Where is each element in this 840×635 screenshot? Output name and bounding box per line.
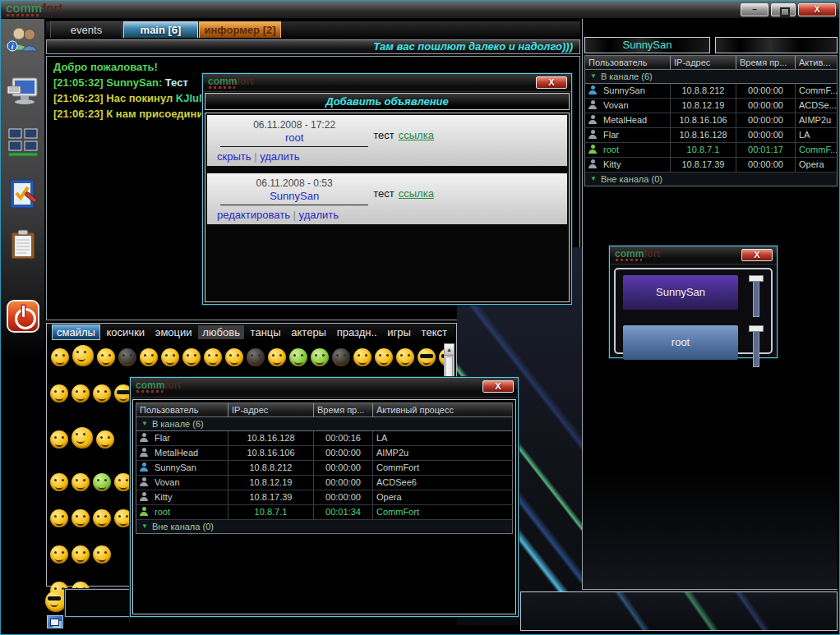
dialog-titlebar[interactable]: commfort X [203,74,571,92]
smiley-tab-smiles[interactable]: смайлы [52,324,100,340]
user-row[interactable]: SunnySan10.8.8.21200:00:00CommFort [136,461,513,476]
delete-link[interactable]: удалить [299,209,339,221]
group-in-channel[interactable]: ▼В канале (6) [136,417,513,431]
smiley-icon[interactable] [289,348,307,366]
smiley-icon[interactable] [353,348,372,366]
slider-thumb[interactable] [749,275,764,282]
smiley-icon[interactable] [418,348,436,366]
own-nickname-button[interactable]: SunnySan [584,37,710,53]
user-row[interactable]: MetalHead10.8.16.10600:00:00AIMP2u [584,113,838,128]
userlist-titlebar[interactable]: commfort X [131,378,518,398]
smiley-icon[interactable] [118,348,136,366]
volume-titlebar[interactable]: commfort X [610,246,777,265]
announcement-author-link[interactable]: root [215,131,373,144]
smiley-icon[interactable] [72,545,90,564]
smiley-tab-emotions[interactable]: эмоции [151,325,196,339]
user-row[interactable]: MetalHead10.8.16.10600:00:00AIMP2u [136,446,513,461]
smiley-tab-kosichki[interactable]: косички [103,325,150,339]
user-row[interactable]: root10.8.7.100:01:17CommF... [584,143,838,158]
slider-thumb[interactable] [749,325,764,332]
smiley-tab-love[interactable]: любовь [198,325,244,339]
smiley-icon[interactable] [93,545,111,564]
open-smileys-button[interactable] [45,591,67,612]
smiley-icon[interactable] [332,348,350,366]
user-row[interactable]: root10.8.7.100:01:34CommFort [136,505,513,520]
user-icon [140,492,148,501]
user-row[interactable]: Vovan10.8.12.1900:00:00ACDSe... [584,99,838,113]
volume-slider[interactable] [748,275,764,318]
user-row[interactable]: Vovan10.8.12.1900:00:00ACDSee6 [136,476,513,490]
smiley-icon[interactable] [50,384,68,403]
panel-button-empty[interactable] [715,37,838,53]
send-image-button[interactable] [47,615,63,628]
user-row[interactable]: SunnySan10.8.8.21200:00:00CommF... [584,84,838,99]
clipboard-icon[interactable] [6,228,40,262]
user-row[interactable]: Flar10.8.16.12800:00:16LA [136,431,513,446]
smiley-icon[interactable] [51,348,69,366]
smiley-icon[interactable] [93,384,111,403]
smiley-icon[interactable] [182,348,201,366]
smiley-icon[interactable] [375,348,393,366]
minimize-button[interactable]: – [741,3,768,16]
volume-slider[interactable] [748,325,764,368]
user-row[interactable]: Flar10.8.16.12800:00:00LA [584,128,838,143]
edit-link[interactable]: редактировать [217,209,290,221]
tasks-icon[interactable] [6,177,40,211]
smiley-icon[interactable] [268,348,286,366]
computer-icon[interactable] [6,75,40,109]
smiley-icon[interactable] [93,473,111,491]
tab-main[interactable]: main [6] [123,21,198,38]
hide-link[interactable]: скрыть [217,150,252,163]
smiley-icon[interactable] [247,348,265,366]
user-icon [140,507,148,516]
smiley-icon[interactable] [72,473,90,491]
smiley-tab-holidays[interactable]: праздн.. [333,325,381,339]
user-icon [588,100,597,109]
close-icon[interactable]: X [482,380,514,393]
smiley-icon[interactable] [50,545,68,564]
smiley-icon[interactable] [72,384,90,403]
announcement-link[interactable]: ссылка [399,187,434,200]
volume-user-button[interactable]: SunnySan [623,275,738,310]
smiley-tab-text[interactable]: текст [418,325,451,339]
smiley-tab-games[interactable]: игры [383,325,415,339]
announcement-link[interactable]: ссылка [399,129,434,141]
volume-user-button[interactable]: root [623,325,738,360]
user-row[interactable]: Kitty10.8.17.3900:00:00Opera [136,490,513,505]
group-in-channel[interactable]: ▼В канале (6) [584,70,838,84]
smiley-icon[interactable] [140,348,158,366]
smiley-icon[interactable] [50,509,68,527]
close-icon[interactable]: X [536,76,567,89]
smiley-tab-actors[interactable]: актеры [287,325,330,339]
smiley-icon[interactable] [225,348,243,366]
tab-events[interactable]: events [50,21,122,38]
network-icon[interactable] [6,126,40,160]
close-icon[interactable]: X [741,249,773,261]
smiley-icon[interactable] [97,348,115,366]
maximize-button[interactable] [771,3,796,16]
group-out-channel[interactable]: ▼Вне канала (0) [584,173,838,186]
group-out-channel[interactable]: ▼Вне канала (0) [136,520,513,534]
smiley-icon[interactable] [96,430,114,449]
smiley-tab-dances[interactable]: танцы [247,325,285,339]
announcement-author-link[interactable]: SunnySan [215,190,373,202]
smiley-icon[interactable] [72,509,90,527]
users-info-icon[interactable]: i [6,24,40,58]
smiley-icon[interactable] [204,348,222,366]
smiley-icon[interactable] [396,348,414,366]
scroll-up-icon[interactable]: ▲ [445,344,454,356]
smiley-icon[interactable] [50,473,68,491]
smiley-icon[interactable] [93,509,111,527]
user-list-header[interactable]: ПользовательIP-адресВремя пр...Активный … [136,403,513,417]
smiley-icon[interactable] [72,427,93,449]
tab-informer[interactable]: информер [2] [199,21,281,38]
smiley-icon[interactable] [311,348,329,366]
power-icon[interactable] [7,300,39,333]
smiley-icon[interactable] [161,348,179,366]
user-row[interactable]: Kitty10.8.17.3900:00:00Opera [584,158,838,173]
user-list-header[interactable]: ПользовательIP-адресВремя пр...Актив... [584,55,838,70]
close-button[interactable]: X [798,3,836,16]
smiley-icon[interactable] [72,345,94,366]
smiley-icon[interactable] [50,430,68,449]
delete-link[interactable]: удалить [260,150,299,163]
